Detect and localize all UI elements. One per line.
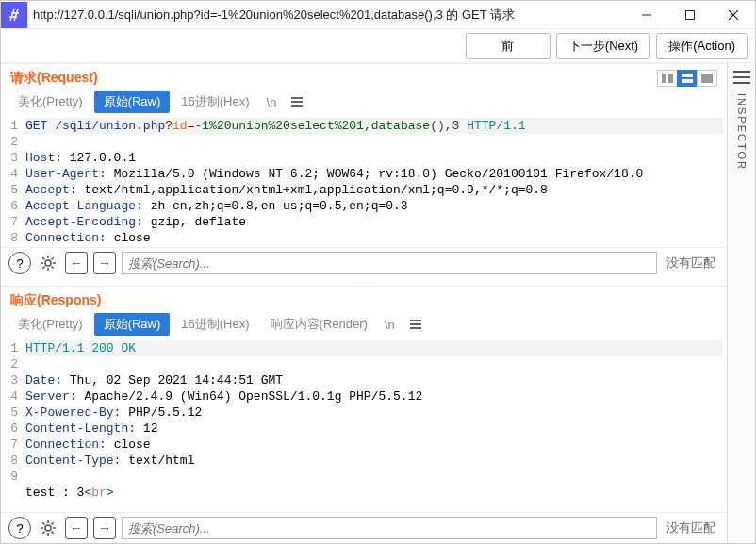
next-match-button[interactable]: → bbox=[93, 517, 116, 539]
gear-icon[interactable] bbox=[37, 252, 59, 274]
response-tabs: 美化(Pretty) 原始(Raw) 16进制(Hex) 响应内容(Render… bbox=[1, 311, 727, 339]
svg-line-17 bbox=[52, 257, 54, 259]
search-input[interactable] bbox=[122, 517, 657, 539]
no-match-label: 没有匹配 bbox=[663, 519, 719, 536]
svg-rect-1 bbox=[686, 10, 695, 19]
search-input[interactable] bbox=[122, 252, 657, 274]
request-editor[interactable]: 12345678 GET /sqli/union.php?id=-1%20uni… bbox=[1, 117, 727, 247]
rail-toggle-icon[interactable] bbox=[733, 71, 750, 84]
main-panels: 请求(Request) 美化(Pretty) 原始(Raw) 16进制(Hex)… bbox=[1, 63, 727, 543]
action-button[interactable]: 操作(Action) bbox=[656, 33, 748, 59]
back-button[interactable]: 前 bbox=[466, 33, 551, 59]
response-footer: ? ← → 没有匹配 bbox=[1, 512, 727, 543]
tab-raw[interactable]: 原始(Raw) bbox=[94, 313, 171, 336]
gear-icon[interactable] bbox=[37, 517, 59, 539]
request-panel: 请求(Request) 美化(Pretty) 原始(Raw) 16进制(Hex)… bbox=[1, 63, 727, 278]
window: http://127.0.0.1/sqli/union.php?id=-1%20… bbox=[0, 0, 756, 544]
prev-match-button[interactable]: ← bbox=[65, 517, 88, 539]
request-title: 请求(Request) bbox=[10, 70, 98, 87]
svg-point-9 bbox=[45, 260, 51, 266]
hamburger-icon[interactable] bbox=[288, 92, 306, 111]
splitter[interactable]: ⋯⋯ bbox=[1, 278, 727, 286]
svg-line-16 bbox=[42, 267, 44, 269]
prev-match-button[interactable]: ← bbox=[65, 252, 88, 274]
svg-line-26 bbox=[52, 522, 54, 524]
request-footer: ? ← → 没有匹配 bbox=[1, 247, 727, 278]
tab-hex[interactable]: 16进制(Hex) bbox=[172, 91, 258, 113]
svg-line-24 bbox=[52, 532, 54, 534]
svg-point-18 bbox=[45, 525, 51, 531]
svg-rect-5 bbox=[668, 74, 673, 83]
close-button[interactable] bbox=[712, 1, 755, 29]
maximize-button[interactable] bbox=[668, 1, 712, 29]
response-title: 响应(Respons) bbox=[10, 292, 101, 309]
view-mode-columns-icon[interactable] bbox=[657, 70, 678, 87]
no-match-label: 没有匹配 bbox=[663, 255, 719, 272]
response-panel: 响应(Respons) 美化(Pretty) 原始(Raw) 16进制(Hex)… bbox=[1, 286, 727, 543]
svg-rect-6 bbox=[682, 74, 693, 77]
tab-newline[interactable]: \n bbox=[261, 92, 283, 112]
view-mode-group bbox=[658, 70, 717, 87]
svg-line-23 bbox=[42, 522, 44, 524]
main-toolbar: 前 下一步(Next) 操作(Action) bbox=[1, 29, 755, 63]
titlebar: http://127.0.0.1/sqli/union.php?id=-1%20… bbox=[1, 1, 755, 29]
help-icon[interactable]: ? bbox=[8, 252, 31, 274]
tab-pretty[interactable]: 美化(Pretty) bbox=[8, 91, 92, 113]
svg-rect-8 bbox=[701, 74, 713, 83]
tab-newline[interactable]: \n bbox=[379, 315, 401, 335]
minimize-button[interactable] bbox=[625, 1, 668, 29]
next-match-button[interactable]: → bbox=[93, 252, 116, 274]
app-icon bbox=[1, 2, 27, 28]
view-mode-rows-icon[interactable] bbox=[677, 70, 698, 87]
response-editor[interactable]: 123456789 HTTP/1.1 200 OK Date: Thu, 02 … bbox=[1, 339, 727, 512]
view-mode-single-icon[interactable] bbox=[697, 70, 717, 87]
help-icon[interactable]: ? bbox=[8, 517, 31, 539]
window-title: http://127.0.0.1/sqli/union.php?id=-1%20… bbox=[27, 7, 625, 24]
svg-line-15 bbox=[52, 267, 54, 269]
inspector-label[interactable]: INSPECTOR bbox=[736, 93, 748, 171]
request-tabs: 美化(Pretty) 原始(Raw) 16进制(Hex) \n bbox=[1, 89, 727, 117]
svg-line-25 bbox=[42, 532, 44, 534]
tab-render[interactable]: 响应内容(Render) bbox=[261, 313, 377, 336]
next-button[interactable]: 下一步(Next) bbox=[556, 33, 650, 59]
tab-raw[interactable]: 原始(Raw) bbox=[94, 91, 171, 113]
svg-rect-4 bbox=[662, 74, 666, 83]
tab-pretty[interactable]: 美化(Pretty) bbox=[8, 313, 92, 336]
tab-hex[interactable]: 16进制(Hex) bbox=[172, 313, 258, 336]
svg-line-14 bbox=[42, 257, 44, 259]
hamburger-icon[interactable] bbox=[406, 315, 425, 334]
body: 请求(Request) 美化(Pretty) 原始(Raw) 16进制(Hex)… bbox=[1, 63, 755, 543]
svg-rect-7 bbox=[682, 79, 693, 83]
inspector-rail: INSPECTOR bbox=[727, 63, 755, 543]
